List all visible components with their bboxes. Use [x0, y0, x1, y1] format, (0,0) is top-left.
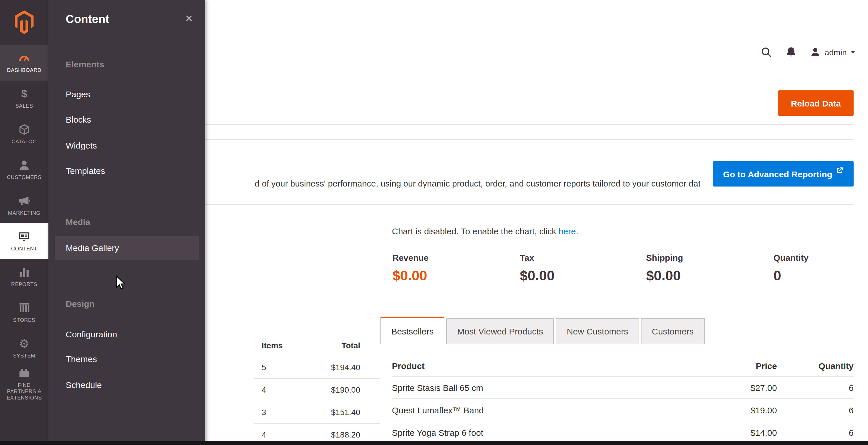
- table-row[interactable]: 4 $190.00: [254, 379, 380, 401]
- sidebar-item-sales[interactable]: $ SALES: [0, 80, 49, 116]
- stat-label: Shipping: [646, 253, 683, 263]
- user-avatar-icon: [810, 47, 821, 58]
- chart-disabled-notice: Chart is disabled. To enable the chart, …: [392, 226, 578, 236]
- order-items: 4: [262, 385, 331, 395]
- stat-label: Quantity: [773, 253, 809, 263]
- magento-admin-dashboard: admin Reload Data d of your business' pe…: [0, 0, 868, 445]
- go-to-advanced-reporting-button[interactable]: Go to Advanced Reporting: [713, 161, 854, 186]
- product-price: $27.00: [690, 382, 777, 392]
- table-row[interactable]: 3 $151.40: [254, 401, 380, 424]
- menu-item-templates[interactable]: Templates: [66, 166, 105, 176]
- flyout-section-heading: Media: [66, 217, 90, 227]
- menu-item-widgets[interactable]: Widgets: [66, 140, 97, 150]
- magento-logo[interactable]: [0, 0, 49, 45]
- catalog-icon: [18, 123, 31, 136]
- notifications-bell-icon[interactable]: [785, 46, 797, 58]
- flyout-section-heading: Design: [66, 299, 95, 309]
- stores-icon: [18, 302, 31, 314]
- sidebar-item-reports[interactable]: REPORTS: [0, 259, 49, 295]
- sidebar-item-catalog[interactable]: CATALOG: [0, 116, 49, 152]
- menu-item-blocks[interactable]: Blocks: [66, 114, 91, 124]
- divider: [114, 139, 854, 140]
- menu-item-pages[interactable]: Pages: [66, 89, 90, 99]
- marketing-icon: [18, 195, 31, 207]
- product-quantity: 6: [777, 405, 854, 415]
- sidebar-item-label: CUSTOMERS: [3, 174, 45, 181]
- column-header-items: Items: [262, 341, 341, 350]
- product-name: Sprite Yoga Strap 6 foot: [392, 427, 690, 437]
- customers-icon: [18, 159, 31, 172]
- divider: [114, 204, 854, 205]
- table-row[interactable]: Sprite Stasis Ball 65 cm $27.00 6: [392, 376, 854, 399]
- stat-revenue: Revenue $0.00: [393, 253, 429, 284]
- chart-notice-text: Chart is disabled. To enable the chart, …: [392, 226, 558, 236]
- bestsellers-table: Product Price Quantity Sprite Stasis Bal…: [392, 356, 854, 444]
- column-header-price: Price: [690, 361, 777, 371]
- order-items: 3: [262, 408, 331, 417]
- sidebar-item-label: SYSTEM: [3, 353, 45, 360]
- menu-item-media-gallery[interactable]: Media Gallery: [55, 236, 199, 260]
- sidebar-item-label: STORES: [3, 317, 45, 324]
- stat-value: $0.00: [520, 268, 554, 284]
- sales-icon: $: [21, 88, 27, 100]
- column-header-product: Product: [392, 361, 690, 371]
- menu-item-configuration[interactable]: Configuration: [66, 329, 117, 339]
- stat-label: Revenue: [393, 253, 429, 263]
- tab-most-viewed-products[interactable]: Most Viewed Products: [446, 318, 554, 344]
- close-icon[interactable]: ✕: [185, 13, 193, 25]
- stat-tax: Tax $0.00: [520, 253, 554, 284]
- sidebar-item-label: REPORTS: [3, 281, 45, 288]
- reload-data-button[interactable]: Reload Data: [778, 91, 854, 116]
- order-items: 4: [262, 430, 331, 439]
- order-total: $188.20: [331, 430, 360, 439]
- order-items: 5: [262, 363, 331, 372]
- menu-item-schedule[interactable]: Schedule: [66, 380, 102, 390]
- stat-value: $0.00: [393, 268, 429, 284]
- table-row[interactable]: 5 $194.40: [254, 356, 380, 379]
- tab-customers[interactable]: Customers: [641, 318, 705, 344]
- advanced-reporting-button-label: Go to Advanced Reporting: [723, 169, 832, 179]
- username-label: admin: [825, 47, 847, 57]
- orders-header-row: Items Total: [254, 335, 380, 356]
- advanced-reporting-text: d of your business' performance, using o…: [255, 179, 700, 188]
- product-name: Quest Lumaflex™ Band: [392, 405, 690, 415]
- extensions-brick-icon: [18, 367, 31, 379]
- product-price: $14.00: [690, 427, 777, 437]
- stat-value: 0: [773, 268, 809, 284]
- stat-shipping: Shipping $0.00: [646, 253, 683, 284]
- sidebar-item-label: CONTENT: [3, 246, 45, 252]
- table-row[interactable]: Sprite Yoga Strap 6 foot $14.00 6: [392, 421, 854, 444]
- order-total: $194.40: [331, 363, 360, 372]
- table-row[interactable]: Quest Lumaflex™ Band $19.00 6: [392, 399, 854, 421]
- sidebar-item-content[interactable]: CONTENT: [0, 224, 49, 259]
- order-total: $151.40: [331, 408, 360, 417]
- dashboard-tabs: Bestsellers Most Viewed Products New Cus…: [380, 317, 706, 344]
- enable-chart-link[interactable]: here: [558, 226, 576, 236]
- admin-user-menu[interactable]: admin: [810, 47, 855, 58]
- stat-value: $0.00: [646, 268, 683, 284]
- sidebar-item-marketing[interactable]: MARKETING: [0, 188, 49, 224]
- sidebar-item-label: CATALOG: [3, 139, 45, 145]
- masthead: admin: [760, 46, 855, 58]
- content-flyout-menu: Content ✕ Elements Pages Blocks Widgets …: [49, 0, 205, 445]
- chevron-down-icon: [851, 50, 855, 54]
- stat-label: Tax: [520, 253, 554, 263]
- bottom-window-edge: [0, 441, 868, 445]
- sidebar-item-find-partners-extensions[interactable]: FIND PARTNERS & EXTENSIONS: [0, 366, 49, 402]
- admin-sidebar: DASHBOARD $ SALES CATALOG CUSTOMERS MARK…: [0, 0, 49, 445]
- tab-new-customers[interactable]: New Customers: [556, 318, 639, 344]
- menu-item-themes[interactable]: Themes: [66, 354, 97, 364]
- sidebar-item-dashboard[interactable]: DASHBOARD: [0, 45, 49, 80]
- stat-quantity: Quantity 0: [773, 253, 809, 284]
- tab-bestsellers[interactable]: Bestsellers: [380, 317, 445, 344]
- sidebar-item-label: SALES: [3, 103, 45, 110]
- product-quantity: 6: [777, 427, 854, 437]
- flyout-section-heading: Elements: [66, 59, 104, 69]
- divider: [114, 124, 854, 125]
- bestsellers-header-row: Product Price Quantity: [392, 356, 854, 376]
- sidebar-item-stores[interactable]: STORES: [0, 295, 49, 331]
- sidebar-item-system[interactable]: ⚙ SYSTEM: [0, 331, 49, 366]
- sidebar-item-customers[interactable]: CUSTOMERS: [0, 152, 49, 188]
- search-icon[interactable]: [760, 46, 772, 58]
- column-header-total: Total: [341, 341, 360, 350]
